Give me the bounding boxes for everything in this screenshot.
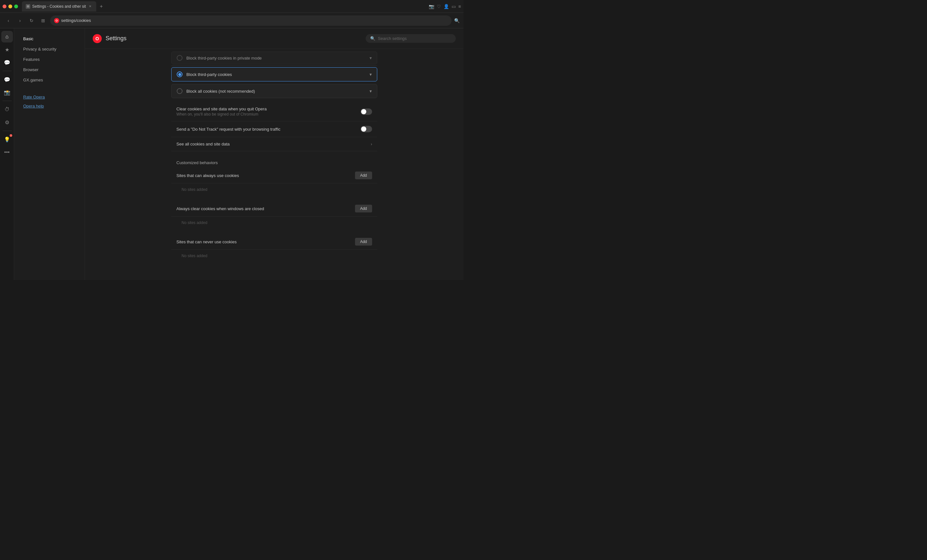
radio-circle-third-party xyxy=(177,71,182,77)
title-bar-controls: 📷 ♡ 👤 ▭ ≡ xyxy=(429,4,461,9)
close-button[interactable] xyxy=(3,5,6,8)
dnt-title: Send a "Do Not Track" request with your … xyxy=(176,127,360,132)
radio-circle-private xyxy=(177,55,182,61)
settings-header: O Settings 🔍 xyxy=(85,28,464,49)
always-use-header: Sites that can always use cookies Add xyxy=(171,168,377,184)
sidebar-divider-2 xyxy=(3,101,12,101)
clear-on-close-header: Always clear cookies when windows are cl… xyxy=(171,201,377,217)
clear-cookies-toggle[interactable] xyxy=(360,108,372,115)
nav-search-icon[interactable]: 🔍 xyxy=(454,18,460,23)
never-use-title: Sites that can never use cookies xyxy=(176,240,237,244)
sidebar-divider-1 xyxy=(3,71,12,71)
customized-behaviors-header: Customized behaviors xyxy=(171,154,377,168)
clear-on-close-add-button[interactable]: Add xyxy=(355,205,372,212)
reload-button[interactable]: ↻ xyxy=(27,16,36,25)
dnt-toggle[interactable] xyxy=(360,126,372,132)
notification-badge xyxy=(10,134,12,137)
radio-label-all: Block all cookies (not recommended) xyxy=(186,89,369,94)
title-bar: ⚙ Settings - Cookies and other sit ✕ + 📷… xyxy=(0,0,464,13)
clear-on-close-title: Always clear cookies when windows are cl… xyxy=(176,206,264,211)
tab-bar: ⚙ Settings - Cookies and other sit ✕ + xyxy=(22,1,426,12)
expand-icon-private: ▾ xyxy=(369,55,372,61)
address-bar[interactable]: O settings/cookies xyxy=(50,15,451,26)
dnt-content: Send a "Do Not Track" request with your … xyxy=(176,127,360,132)
never-use-subsection: Sites that can never use cookies Add No … xyxy=(171,234,377,262)
tab-close-button[interactable]: ✕ xyxy=(88,4,93,9)
sidebar-icon-lightbulb[interactable]: 💡 xyxy=(1,134,13,145)
sidebar-icon-home[interactable]: ⌂ xyxy=(1,31,13,42)
never-use-header: Sites that can never use cookies Add xyxy=(171,234,377,250)
back-button[interactable]: ‹ xyxy=(4,16,13,25)
sidebar-divider-3 xyxy=(3,131,12,131)
expand-icon-third-party[interactable]: ▾ xyxy=(369,72,372,77)
radio-circle-all xyxy=(177,88,182,94)
sidebar-item-privacy[interactable]: Privacy & security xyxy=(17,44,82,54)
toggle-knob-clear xyxy=(361,109,366,114)
address-text: settings/cookies xyxy=(61,18,91,23)
messenger-icon: 💬 xyxy=(4,59,10,66)
radio-option-private-mode[interactable]: Block third-party cookies in private mod… xyxy=(171,52,377,64)
sidebar-item-browser[interactable]: Browser xyxy=(17,65,82,75)
sidebar-icon-messenger[interactable]: 💬 xyxy=(1,57,13,68)
sidebar-icon-more[interactable]: ••• xyxy=(1,146,13,158)
see-all-cookies-row[interactable]: See all cookies and site data › xyxy=(171,137,377,151)
rate-opera-link[interactable]: Rate Opera xyxy=(17,93,82,102)
opera-help-link[interactable]: Opera help xyxy=(17,102,82,111)
star-icon: ★ xyxy=(5,47,9,53)
sidebar-icon-whatsapp[interactable]: 💬 xyxy=(1,74,13,85)
nav-right-controls: 🔍 xyxy=(454,18,460,23)
search-icon: 🔍 xyxy=(370,36,375,41)
sidebar-icon-history[interactable]: ⏱ xyxy=(1,104,13,115)
dnt-row: Send a "Do Not Track" request with your … xyxy=(171,121,377,137)
clear-cookies-subtitle: When on, you'll also be signed out of Ch… xyxy=(176,112,360,117)
always-use-subsection: Sites that can always use cookies Add No… xyxy=(171,168,377,196)
toggle-knob-dnt xyxy=(361,126,366,132)
radio-option-third-party[interactable]: Block third-party cookies ▾ xyxy=(171,67,377,82)
clear-cookies-content: Clear cookies and site data when you qui… xyxy=(176,106,360,117)
radio-label-third-party: Block third-party cookies xyxy=(186,72,369,77)
menu-icon[interactable]: ≡ xyxy=(458,4,461,9)
expand-icon-all[interactable]: ▾ xyxy=(369,88,372,94)
clear-cookies-row: Clear cookies and site data when you qui… xyxy=(171,102,377,121)
see-all-cookies-label: See all cookies and site data xyxy=(176,142,371,146)
forward-button[interactable]: › xyxy=(15,16,24,25)
settings-title: Settings xyxy=(106,35,126,42)
always-use-add-button[interactable]: Add xyxy=(355,171,372,179)
radio-option-all-cookies[interactable]: Block all cookies (not recommended) ▾ xyxy=(171,84,377,98)
opera-logo: O xyxy=(93,34,102,43)
traffic-lights xyxy=(3,5,18,8)
grid-button[interactable]: ⊞ xyxy=(39,16,48,25)
minimize-button[interactable] xyxy=(8,5,12,8)
always-use-title: Sites that can always use cookies xyxy=(176,173,239,178)
battery-icon[interactable]: ▭ xyxy=(451,4,456,9)
sidebar-icon-settings[interactable]: ⚙ xyxy=(1,117,13,128)
new-tab-button[interactable]: + xyxy=(97,3,105,10)
clear-on-close-subsection: Always clear cookies when windows are cl… xyxy=(171,201,377,229)
sidebar-item-gxgames[interactable]: GX.games xyxy=(17,75,82,85)
clear-on-close-empty-label: No sites added xyxy=(171,217,377,229)
heart-icon[interactable]: ♡ xyxy=(437,4,441,9)
content-scroll: Block third-party cookies in private mod… xyxy=(85,49,464,280)
settings-section-cookies: Block third-party cookies in private mod… xyxy=(165,49,384,262)
never-use-add-button[interactable]: Add xyxy=(355,238,372,246)
maximize-button[interactable] xyxy=(14,5,18,8)
screenshot-icon[interactable]: 📷 xyxy=(429,4,434,9)
active-tab[interactable]: ⚙ Settings - Cookies and other sit ✕ xyxy=(22,1,96,12)
main-layout: ⌂ ★ 💬 💬 📸 ⏱ ⚙ 💡 ••• xyxy=(0,28,464,280)
instagram-icon: 📸 xyxy=(4,90,10,96)
settings-search-bar[interactable]: 🔍 xyxy=(366,34,456,43)
sidebar-icons: ⌂ ★ 💬 💬 📸 ⏱ ⚙ 💡 ••• xyxy=(0,28,14,280)
sidebar-item-basic[interactable]: Basic xyxy=(17,34,82,44)
opera-logo-nav: O xyxy=(54,18,59,23)
sidebar-item-features[interactable]: Features xyxy=(17,55,82,64)
nav-bar: ‹ › ↻ ⊞ O settings/cookies 🔍 xyxy=(0,13,464,28)
clock-icon: ⏱ xyxy=(5,106,10,112)
sidebar-icon-favorites[interactable]: ★ xyxy=(1,44,13,55)
radio-label-private: Block third-party cookies in private mod… xyxy=(186,56,369,61)
tab-favicon: ⚙ xyxy=(26,4,30,9)
search-input[interactable] xyxy=(378,36,451,41)
more-icon: ••• xyxy=(4,149,10,155)
profile-icon[interactable]: 👤 xyxy=(444,4,449,9)
sidebar-icon-instagram[interactable]: 📸 xyxy=(1,87,13,98)
never-use-empty-label: No sites added xyxy=(171,250,377,262)
